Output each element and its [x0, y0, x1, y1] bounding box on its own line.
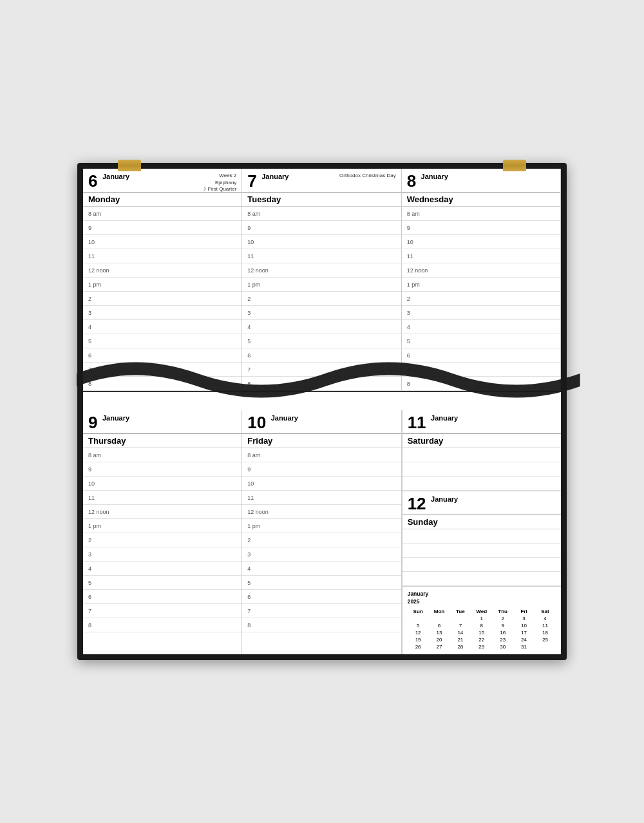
time-label: 4 [247, 324, 270, 330]
sunday-header: 12 January [402, 491, 561, 515]
cal-cell: 14 [450, 629, 471, 636]
monday-notes: Week 2Epiphany☽ First Quarter [202, 173, 236, 193]
wednesday-month: January [421, 170, 448, 180]
time-label: 10 [247, 480, 270, 487]
time-label: 12 noon [247, 267, 270, 274]
sunday-section: 12 January Sunday [402, 491, 561, 587]
tuesday-notes: Orthodox Christmas Day [339, 173, 396, 178]
time-row: 8 am [242, 207, 401, 221]
cal-cell: 12 [408, 629, 429, 636]
cal-cell [535, 643, 556, 650]
cal-header-wed: Wed [471, 608, 492, 615]
sunday-month: January [431, 493, 458, 503]
time-label: 2 [247, 296, 270, 302]
time-label: 2 [88, 537, 111, 544]
day-col-tuesday: Orthodox Christmas Day 7 January Tuesday… [242, 169, 401, 391]
time-row: 12 noon [83, 505, 242, 519]
time-row: 2 [83, 533, 242, 547]
time-label: 12 noon [88, 509, 111, 515]
cal-header-thu: Thu [492, 608, 513, 615]
friday-month: January [271, 412, 298, 422]
time-label: 9 [88, 225, 111, 231]
time-row: 8 am [402, 207, 560, 221]
cal-cell: 15 [471, 629, 492, 636]
cal-cell: 9 [492, 622, 513, 629]
time-row: 11 [402, 249, 560, 263]
time-label: 2 [247, 537, 270, 544]
cal-cell: 24 [513, 636, 535, 643]
saturday-month: January [431, 412, 458, 422]
time-label: 3 [88, 551, 111, 558]
cal-row: 19 20 21 22 23 24 25 [408, 636, 556, 643]
mini-cal-table: Sun Mon Tue Wed Thu Fri Sat [408, 608, 556, 650]
time-row: 10 [402, 235, 560, 249]
time-row: 6 [83, 348, 242, 363]
cal-cell: 31 [513, 643, 535, 650]
time-label: 8 [407, 381, 430, 387]
time-row: 8 am [242, 448, 401, 462]
cal-cell: 7 [450, 622, 471, 629]
time-label: 4 [88, 565, 111, 572]
tuesday-name: Tuesday [242, 193, 401, 207]
cal-cell: 11 [535, 622, 556, 629]
time-row: 2 [83, 292, 242, 306]
saturday-header: 11 January [402, 410, 561, 434]
time-row: 6 [242, 590, 401, 604]
cal-cell: 10 [513, 622, 535, 629]
time-label: 1 pm [88, 523, 111, 529]
time-row: 4 [242, 320, 401, 334]
cal-cell [408, 615, 429, 622]
cal-cell: 26 [408, 643, 429, 650]
time-row: 5 [402, 334, 560, 348]
time-row: 7 [242, 363, 401, 377]
time-row: 8 [242, 618, 401, 632]
cal-header-fri: Fri [513, 608, 535, 615]
time-row [402, 572, 561, 586]
cal-cell: 17 [513, 629, 535, 636]
time-row: 9 [242, 221, 401, 235]
time-row: 6 [242, 348, 401, 363]
time-label: 9 [407, 225, 430, 231]
time-label: 12 noon [88, 267, 111, 274]
time-label: 8 [88, 381, 111, 387]
time-label: 4 [407, 324, 430, 330]
time-label: 12 noon [247, 509, 270, 515]
time-label: 7 [247, 366, 270, 373]
time-label: 8 [247, 381, 270, 387]
sunday-number: 12 [408, 494, 426, 513]
time-row: 1 pm [402, 278, 560, 292]
saturday-name: Saturday [402, 434, 561, 448]
time-row [402, 462, 561, 477]
time-label: 6 [88, 594, 111, 600]
time-label: 4 [88, 324, 111, 330]
time-label: 6 [407, 352, 430, 359]
clip-left [118, 160, 141, 171]
time-row: 3 [83, 306, 242, 320]
cal-cell: 2 [492, 615, 513, 622]
time-row: 6 [83, 590, 242, 604]
day-col-wednesday: 8 January Wednesday 8 am 9 10 11 12 noon… [402, 169, 561, 391]
time-label: 10 [247, 239, 270, 245]
time-label: 7 [88, 366, 111, 373]
time-row [402, 529, 561, 544]
planner-cover: Week 2Epiphany☽ First Quarter 6 January … [77, 163, 567, 660]
tuesday-month: January [261, 170, 289, 180]
time-row: 9 [83, 462, 242, 477]
cal-cell: 28 [450, 643, 471, 650]
time-label: 7 [407, 366, 430, 373]
time-row: 10 [83, 477, 242, 491]
time-row [402, 477, 561, 491]
time-row: 7 [83, 604, 242, 618]
time-row: 11 [242, 249, 401, 263]
day-col-friday: 10 January Friday 8 am 9 10 11 12 noon 1… [242, 410, 401, 654]
time-row: 2 [402, 292, 560, 306]
day-col-monday: Week 2Epiphany☽ First Quarter 6 January … [83, 169, 242, 391]
time-row: 12 noon [83, 263, 242, 278]
time-row: 9 [402, 221, 560, 235]
time-label: 7 [88, 608, 111, 614]
time-label: 9 [88, 466, 111, 473]
wednesday-name: Wednesday [402, 193, 560, 207]
thursday-header: 9 January [83, 410, 242, 434]
time-label: 3 [247, 310, 270, 316]
time-label: 3 [407, 310, 430, 316]
